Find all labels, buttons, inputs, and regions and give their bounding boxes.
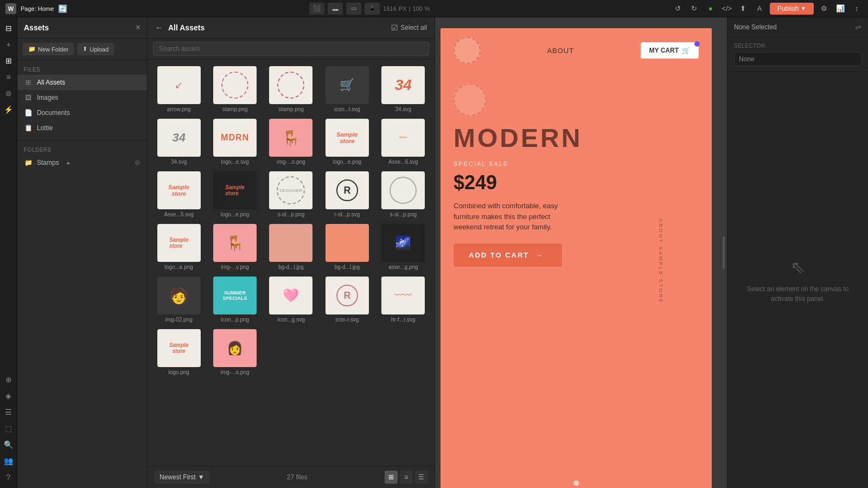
site-big-text: MODERN bbox=[454, 121, 699, 152]
sidebar-item-tools4[interactable]: ⬚ bbox=[1, 421, 16, 436]
compact-view-btn[interactable]: ☰ bbox=[415, 471, 428, 484]
sidebar-item-pages[interactable]: ⊟ bbox=[1, 21, 16, 36]
folder-stamps[interactable]: 📁 Stamps ● ⚙ bbox=[17, 155, 147, 170]
asset-item[interactable]: Samplestore logo.png bbox=[152, 327, 206, 377]
blob-thumb: 🩷 bbox=[283, 288, 299, 303]
chair2-thumb: 🪑 bbox=[226, 234, 245, 252]
asset-item[interactable]: R r-st...p.svg bbox=[320, 169, 374, 220]
sidebar-item-assets[interactable]: ⊞ bbox=[1, 53, 16, 68]
upload-button[interactable]: ⬆ Upload bbox=[77, 43, 114, 55]
topbar-left: W Page: Home 🔄 bbox=[5, 3, 67, 14]
asset-name: icon...t.svg bbox=[334, 106, 360, 112]
assets-nav-all-assets[interactable]: ⊞ All Assets bbox=[17, 75, 147, 90]
sidebar-item-search[interactable]: 🔍 bbox=[1, 437, 16, 452]
person-thumb: 🧑 bbox=[169, 287, 188, 305]
right-panel-expand-icon[interactable]: ⇌ bbox=[855, 23, 861, 31]
asset-name: img-...y.png bbox=[221, 264, 249, 270]
assets-panel-close[interactable]: × bbox=[136, 23, 141, 33]
asset-item[interactable]: SUMMERSPECIALS icon...p.png bbox=[208, 274, 261, 325]
page-status-icon: 🔄 bbox=[58, 4, 67, 13]
text-btn[interactable]: A bbox=[754, 3, 765, 15]
upload-icon: ⬆ bbox=[82, 46, 87, 53]
code-btn[interactable]: </> bbox=[721, 3, 733, 15]
asset-thumb bbox=[381, 171, 425, 209]
sidebar-item-layers[interactable]: ≡ bbox=[1, 69, 16, 85]
circle-dashed3-thumb bbox=[390, 177, 417, 204]
asset-item[interactable]: MDRN logo...e.svg bbox=[208, 117, 261, 167]
selector-input[interactable] bbox=[734, 52, 861, 66]
view-desktop-btn[interactable]: ⬛ bbox=[309, 3, 324, 15]
select-all-btn[interactable]: ☑ Select all bbox=[391, 23, 427, 32]
asset-item[interactable]: bg-d...l.jpg bbox=[320, 222, 374, 272]
sidebar-item-add[interactable]: + bbox=[1, 37, 16, 52]
site-cart-btn[interactable]: MY CART 🛒 bbox=[641, 42, 699, 59]
settings-btn[interactable]: ⚙ bbox=[818, 3, 830, 15]
asset-thumb: Samplestore bbox=[326, 119, 369, 157]
asset-item[interactable]: stamp.png bbox=[208, 64, 261, 114]
all-assets-back-btn[interactable]: ← bbox=[155, 23, 164, 33]
asset-item[interactable]: 〰〰 hr-f...r.svg bbox=[376, 274, 430, 325]
asset-item[interactable]: 🛒 icon...t.svg bbox=[320, 64, 374, 114]
redo-btn[interactable]: ↻ bbox=[688, 3, 700, 15]
asset-item[interactable]: bg-d...l.jpg bbox=[264, 222, 318, 272]
sidebar-item-users[interactable]: 👥 bbox=[1, 453, 16, 468]
sort-dropdown[interactable]: Newest First ▼ bbox=[154, 471, 210, 484]
mdrn-thumb: MDRN bbox=[221, 133, 249, 143]
asset-name: img-...o.png bbox=[221, 369, 250, 375]
asset-item[interactable]: 👩 img-...o.png bbox=[208, 327, 261, 377]
website-preview: ABOUT MY CART 🛒 MODERN SPECIAL SALE $249… bbox=[441, 28, 712, 488]
asset-item[interactable]: 🌌 asse...g.png bbox=[376, 222, 430, 272]
view-phone-btn[interactable]: 📱 bbox=[365, 3, 380, 15]
asset-item[interactable]: 34 34.svg bbox=[376, 64, 430, 114]
asset-item[interactable]: Samplestore Asse...5.svg bbox=[152, 169, 206, 220]
asset-item[interactable]: Samplestore logo...e.png bbox=[320, 117, 374, 167]
asset-item[interactable]: ↙ arrow.png bbox=[152, 64, 206, 114]
asset-item[interactable]: 🧑 img-02.png bbox=[152, 274, 206, 325]
asset-item[interactable]: 〰 Asse...6.svg bbox=[376, 117, 430, 167]
sidebar-item-tools2[interactable]: ◈ bbox=[1, 388, 16, 403]
selector-label: Selector bbox=[734, 43, 861, 49]
grid-view-btn[interactable]: ⊞ bbox=[385, 471, 398, 484]
sidebar-item-help[interactable]: ? bbox=[1, 470, 16, 485]
canvas-scrollbar[interactable] bbox=[723, 236, 725, 269]
assets-grid: ↙ arrow.png stamp.png stamp.png 🛒 bbox=[148, 60, 435, 466]
assets-nav-documents[interactable]: 📄 Documents bbox=[17, 105, 147, 120]
asset-item[interactable]: DESIGNER s-st...p.png bbox=[264, 169, 318, 220]
asset-item[interactable]: 🪑 img-...o.png bbox=[264, 117, 318, 167]
asset-item[interactable]: Samplestore logo...e.png bbox=[208, 169, 261, 220]
assets-nav-images[interactable]: 🖼 Images bbox=[17, 90, 147, 105]
export-btn[interactable]: ⬆ bbox=[737, 3, 749, 15]
sidebar-item-apps[interactable]: ⚡ bbox=[1, 102, 16, 117]
asset-item[interactable]: R icon-r.svg bbox=[320, 274, 374, 325]
site-add-to-cart-btn[interactable]: ADD TO CART → bbox=[454, 243, 562, 267]
arrow-btn[interactable]: ↕ bbox=[851, 3, 863, 15]
site-nav-about[interactable]: ABOUT bbox=[547, 47, 574, 55]
sidebar-item-cms[interactable]: ⊚ bbox=[1, 86, 16, 101]
asset-item[interactable]: 🪑 img-...y.png bbox=[208, 222, 261, 272]
sidebar-item-tools1[interactable]: ⊕ bbox=[1, 372, 16, 387]
sidebar-item-tools3[interactable]: ☰ bbox=[1, 404, 16, 420]
publish-button[interactable]: Publish ▼ bbox=[770, 3, 814, 15]
asset-thumb bbox=[269, 224, 312, 262]
list-view-btn[interactable]: ≡ bbox=[400, 471, 413, 484]
asset-name: img-...o.png bbox=[277, 159, 305, 165]
asset-item[interactable]: s-st...p.png bbox=[376, 169, 430, 220]
asset-thumb bbox=[269, 66, 312, 104]
asset-item[interactable]: Samplestore logo...e.png bbox=[152, 222, 206, 272]
site-stamp-circle bbox=[454, 84, 486, 116]
asset-name: icon-r.svg bbox=[335, 317, 359, 323]
asset-item[interactable]: stamp.png bbox=[264, 64, 318, 114]
folder-gear-icon[interactable]: ⚙ bbox=[135, 159, 141, 166]
view-tablet-btn[interactable]: ▬ bbox=[328, 3, 343, 15]
view-mobile-btn[interactable]: ▭ bbox=[346, 3, 361, 15]
asset-name: r-st...p.svg bbox=[335, 211, 360, 217]
undo-btn[interactable]: ↺ bbox=[672, 3, 684, 15]
asset-item[interactable]: 🩷 icon...g.svg bbox=[264, 274, 318, 325]
analytics-btn[interactable]: 📊 bbox=[834, 3, 846, 15]
all-assets-header: ← All Assets ☑ Select all bbox=[148, 17, 435, 38]
asset-item[interactable]: 34 34.svg bbox=[152, 117, 206, 167]
search-input[interactable] bbox=[153, 42, 429, 56]
assets-nav-lottie[interactable]: 📋 Lottie bbox=[17, 120, 147, 136]
asset-thumb: SUMMERSPECIALS bbox=[213, 277, 257, 314]
new-folder-button[interactable]: 📁 New Folder bbox=[23, 43, 74, 55]
